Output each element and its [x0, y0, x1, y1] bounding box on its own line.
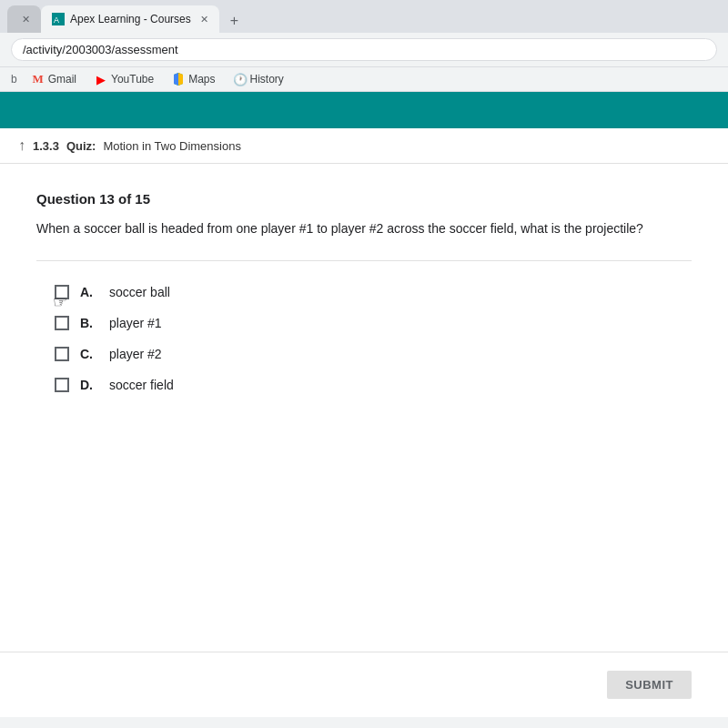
bookmark-maps[interactable]: Maps [168, 71, 218, 87]
tab-apex-close[interactable]: ✕ [200, 14, 208, 25]
maps-icon [172, 73, 185, 86]
option-b-text: player #1 [109, 316, 162, 330]
bookmarks-bar: b M Gmail ▶ YouTube Maps 🕐 History [0, 67, 728, 92]
checkbox-d[interactable] [55, 378, 69, 392]
svg-marker-3 [174, 73, 178, 86]
bookmark-youtube-label: YouTube [111, 73, 154, 86]
bookmark-youtube[interactable]: ▶ YouTube [91, 71, 157, 87]
tab-bar: ✕ A Apex Learning - Courses ✕ + [0, 0, 728, 33]
tab-inactive[interactable]: ✕ [7, 5, 41, 33]
bookmark-gmail[interactable]: M Gmail [28, 71, 80, 87]
bookmark-history-label: History [250, 73, 284, 86]
breadcrumb-section: 1.3.3 [33, 139, 59, 153]
option-a[interactable]: A. soccer ball ☞ [55, 285, 673, 299]
main-content: Question 13 of 15 When a soccer ball is … [0, 164, 728, 717]
option-d-letter: D. [80, 378, 98, 392]
checkbox-b[interactable] [55, 316, 69, 330]
tab-close-icon[interactable]: ✕ [22, 14, 30, 25]
submit-button[interactable]: SUBMIT [607, 671, 692, 699]
breadcrumb-title: Motion in Two Dimensions [103, 139, 241, 153]
option-d[interactable]: D. soccer field [55, 378, 673, 392]
option-a-text: soccer ball [109, 285, 170, 299]
bookmark-gmail-label: Gmail [48, 73, 76, 86]
browser-chrome: ✕ A Apex Learning - Courses ✕ + /activit… [0, 0, 728, 92]
apex-favicon: A [52, 13, 65, 25]
apex-teal-header [0, 92, 728, 128]
question-text: When a soccer ball is headed from one pl… [36, 219, 692, 238]
option-b[interactable]: B. player #1 [55, 316, 673, 330]
new-tab-button[interactable]: + [223, 9, 246, 33]
option-c-text: player #2 [109, 347, 162, 361]
breadcrumb-icon: ↑ [18, 137, 25, 154]
svg-text:A: A [54, 15, 59, 25]
option-d-text: soccer field [109, 378, 174, 392]
options-divider [36, 260, 692, 261]
url-input[interactable]: /activity/2003003/assessment [11, 38, 717, 61]
option-a-letter: A. [80, 285, 98, 299]
option-b-letter: B. [80, 316, 98, 330]
question-number: Question 13 of 15 [36, 191, 692, 207]
answer-options: A. soccer ball ☞ B. player #1 C. player … [36, 276, 692, 401]
svg-marker-4 [178, 73, 183, 86]
option-c-letter: C. [80, 347, 98, 361]
bookmark-maps-label: Maps [188, 73, 215, 86]
quiz-breadcrumb: ↑ 1.3.3 Quiz: Motion in Two Dimensions [0, 128, 728, 164]
tab-apex-label: Apex Learning - Courses [70, 13, 191, 25]
bookmark-history[interactable]: 🕐 History [230, 71, 288, 87]
checkbox-a[interactable] [55, 285, 69, 299]
option-c[interactable]: C. player #2 [55, 347, 673, 361]
checkbox-c[interactable] [55, 347, 69, 361]
breadcrumb-type: Quiz: [66, 139, 96, 153]
bookmarks-prefix: b [11, 73, 17, 86]
submit-area: SUBMIT [0, 652, 728, 717]
history-icon: 🕐 [234, 73, 247, 86]
address-bar: /activity/2003003/assessment [0, 33, 728, 67]
tab-apex[interactable]: A Apex Learning - Courses ✕ [41, 5, 219, 33]
youtube-icon: ▶ [95, 73, 107, 86]
gmail-icon: M [32, 73, 45, 86]
